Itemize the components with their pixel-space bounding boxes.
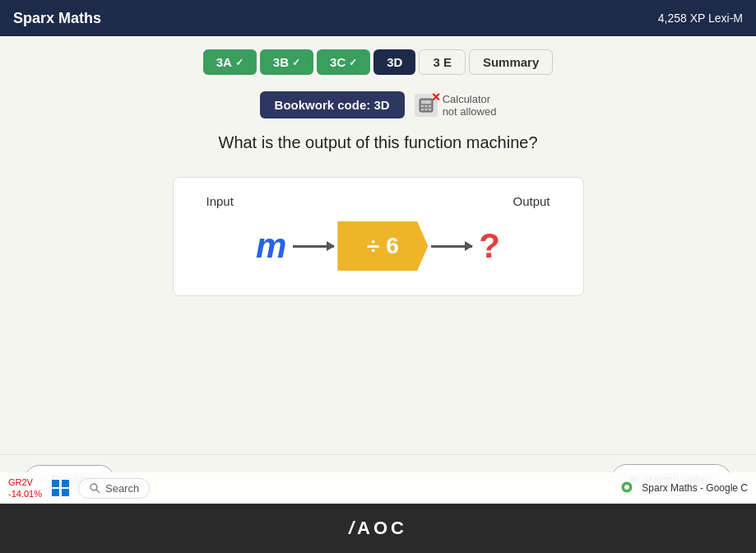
app-title: Sparx Maths [13,10,101,27]
tab-navigation: 3A ✓ 3B ✓ 3C ✓ 3D 3 E Summary [203,49,554,75]
stock-info: GR2V -14.01% [8,476,42,500]
fm-labels: Input Output [206,194,550,208]
svg-point-8 [90,484,97,490]
aoc-slash: / [349,518,357,538]
main-content: 3A ✓ 3B ✓ 3C ✓ 3D 3 E Summary Bookwor [0,36,756,504]
tab-3C-label: 3C [330,55,346,69]
svg-line-9 [96,490,100,493]
bookwork-code: Bookwork code: 3D [260,91,405,118]
start-button[interactable] [49,476,72,500]
stock-ticker: GR2V [8,476,42,488]
tab-3E[interactable]: 3 E [419,49,466,75]
question-text: What is the output of this function mach… [219,133,538,152]
tab-3A[interactable]: 3A ✓ [203,49,257,75]
calculator-status: not allowed [443,105,497,118]
user-info: 4,258 XP Lexi-M [658,12,743,25]
tab-3B-label: 3B [273,55,289,69]
fm-row: m ÷ 6 ? [206,221,550,271]
browser-tab [620,481,633,496]
start-sq-4 [62,489,69,496]
tab-3C-check: ✓ [349,57,357,68]
search-icon [89,482,100,494]
tab-3A-check: ✓ [235,57,243,68]
arrow-right [431,245,472,248]
operation-box: ÷ 6 [337,221,428,271]
arrow-left [293,245,334,248]
svg-rect-6 [424,109,427,110]
calculator-info: ✕ Calculator not allowed [415,93,497,118]
start-sq-3 [52,489,59,496]
monitor-brand: /AOC [349,518,407,539]
top-bar: Sparx Maths 4,258 XP Lexi-M [0,0,756,36]
tab-summary[interactable]: Summary [469,49,553,75]
tab-3E-label: 3 E [433,55,452,69]
input-variable: m [256,226,286,266]
taskbar-right: Sparx Maths - Google C [620,481,748,496]
bookwork-section: Bookwork code: 3D [260,91,497,118]
taskbar-search[interactable]: Search [78,478,150,499]
svg-rect-7 [429,109,431,110]
calculator-text: Calculator not allowed [443,93,497,118]
user-name: Lexi-M [708,12,743,25]
tab-summary-label: Summary [483,55,539,69]
tab-3D-label: 3D [387,55,402,69]
svg-rect-3 [424,105,427,107]
monitor-bottom: /AOC [0,504,756,553]
svg-rect-5 [421,109,424,110]
function-machine: Input Output m ÷ 6 ? [173,177,584,296]
start-sq-2 [62,480,69,487]
tab-3A-label: 3A [216,55,232,69]
tab-3B[interactable]: 3B ✓ [260,49,313,75]
calculator-label: Calculator [443,93,497,105]
screen: Sparx Maths 4,258 XP Lexi-M 3A ✓ 3B ✓ 3C… [0,0,756,504]
cross-icon: ✕ [431,91,441,104]
output-label: Output [513,194,550,208]
input-label: Input [206,194,234,208]
search-label: Search [105,482,139,495]
svg-rect-2 [421,105,424,107]
tab-3C[interactable]: 3C ✓ [317,49,370,75]
start-sq-1 [52,480,59,487]
taskbar: GR2V -14.01% Search Sparx Maths - Google… [0,472,756,504]
stock-change: -14.01% [8,488,42,500]
output-symbol: ? [479,226,500,266]
tab-3D[interactable]: 3D [373,49,415,75]
svg-rect-1 [421,100,431,104]
tab-3B-check: ✓ [292,57,300,68]
browser-label: Sparx Maths - Google C [642,482,748,494]
chrome-icon [620,481,633,494]
svg-rect-4 [429,105,431,107]
calculator-icon: ✕ [415,94,438,117]
xp-display: 4,258 XP [658,12,705,25]
svg-point-11 [624,485,629,490]
